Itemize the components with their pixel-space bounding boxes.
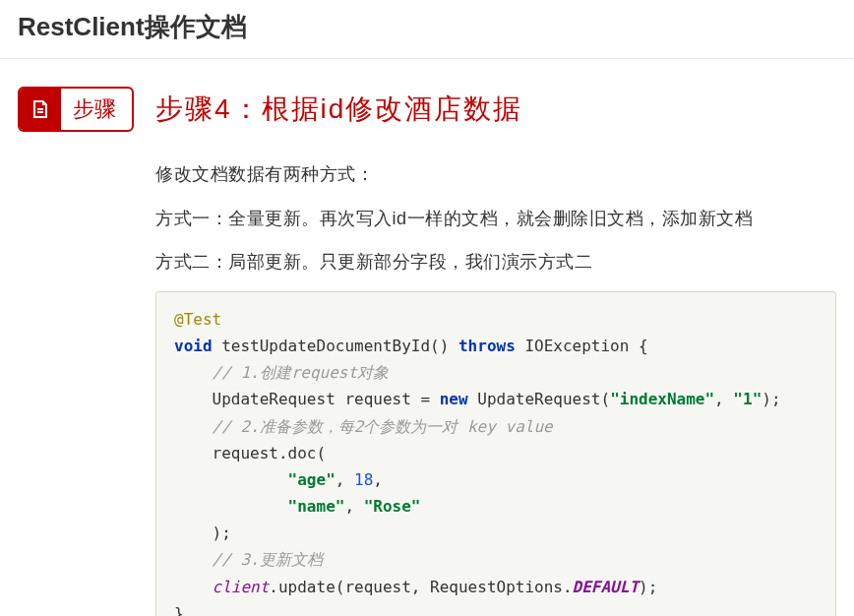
- page-title: RestClient操作文档: [18, 10, 836, 44]
- code-keyword-new: new: [440, 390, 468, 408]
- code-str-name: "name": [288, 497, 345, 516]
- code-line5b: );: [639, 578, 657, 596]
- document-icon: [20, 89, 61, 130]
- code-keyword-throws: throws: [458, 337, 516, 355]
- code-line2a: UpdateRequest request =: [213, 390, 440, 408]
- desc-method1: 方式一：全量更新。再次写入id一样的文档，就会删除旧文档，添加新文档: [155, 204, 836, 234]
- code-annotation: @Test: [174, 310, 221, 329]
- code-comma3: ,: [373, 470, 383, 489]
- main-section: 步骤4：根据id修改酒店数据 修改文档数据有两种方式： 方式一：全量更新。再次写…: [155, 87, 836, 616]
- code-comma2: ,: [336, 470, 354, 489]
- code-str-rose: "Rose": [364, 497, 421, 516]
- code-keyword-void: void: [174, 337, 213, 355]
- code-line2c: );: [762, 390, 780, 408]
- code-line2b: UpdateRequest(: [468, 390, 611, 408]
- code-close: }: [174, 604, 184, 616]
- code-comment-3: // 3.更新文档: [213, 550, 323, 569]
- code-comment-1: // 1.创建request对象: [213, 363, 390, 382]
- step-chip: 步骤: [18, 87, 134, 132]
- section-title: 步骤4：根据id修改酒店数据: [155, 91, 836, 128]
- code-num-18: 18: [354, 470, 373, 489]
- code-const-default: DEFAULT: [573, 578, 639, 596]
- code-block: @Test void testUpdateDocumentById() thro…: [155, 291, 836, 616]
- code-str-age: "age": [288, 470, 336, 489]
- code-str-index: "indexName": [610, 390, 714, 408]
- code-comma4: ,: [344, 497, 363, 516]
- code-comma1: ,: [714, 390, 733, 408]
- code-line3: request.doc(: [213, 444, 327, 462]
- code-throws-type: IOException {: [516, 337, 648, 355]
- code-line5a: .update(request, RequestOptions.: [269, 578, 572, 596]
- header: RestClient操作文档: [0, 0, 854, 59]
- code-comment-2: // 2.准备参数，每2个参数为一对 key value: [213, 417, 553, 436]
- code-line4: );: [213, 524, 231, 542]
- code-str-id: "1": [733, 390, 762, 408]
- desc-intro: 修改文档数据有两种方式：: [155, 159, 836, 190]
- content: 步骤 步骤4：根据id修改酒店数据 修改文档数据有两种方式： 方式一：全量更新。…: [0, 59, 854, 616]
- step-chip-label: 步骤: [61, 89, 132, 130]
- code-field-client: client: [213, 578, 270, 596]
- code-method-name: testUpdateDocumentById(): [213, 337, 458, 355]
- desc-method2: 方式二：局部更新。只更新部分字段，我们演示方式二: [155, 247, 836, 277]
